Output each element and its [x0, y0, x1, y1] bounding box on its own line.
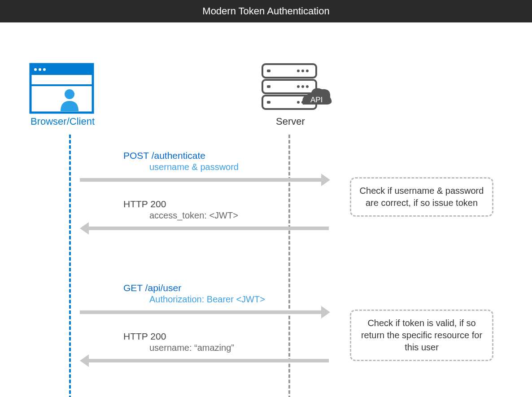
server-note-2: Check if token is valid, if so return th… — [350, 310, 493, 361]
svg-point-18 — [306, 85, 309, 88]
svg-rect-10 — [267, 70, 270, 72]
server-icon: API — [260, 62, 332, 116]
client-label: Browser/Client — [31, 116, 95, 127]
message-request-1: POST /authenticate username & password — [123, 150, 239, 172]
svg-rect-11 — [267, 85, 270, 88]
svg-point-13 — [297, 70, 300, 72]
svg-point-15 — [306, 70, 309, 72]
svg-point-3 — [39, 68, 41, 71]
diagram-title: Modern Token Authentication — [0, 0, 532, 22]
browser-client-icon — [29, 63, 94, 114]
message-subtitle: Authorization: Bearer <JWT> — [149, 294, 265, 305]
sequence-diagram: Browser/Client API Server POST /authenti… — [0, 22, 532, 397]
message-subtitle: username: “amazing” — [149, 343, 234, 353]
message-response-1: HTTP 200 access_token: <JWT> — [123, 199, 238, 221]
message-title: HTTP 200 — [123, 331, 234, 342]
server-lifeline — [288, 135, 290, 397]
message-title: POST /authenticate — [123, 150, 239, 161]
svg-point-2 — [34, 68, 37, 71]
svg-point-19 — [297, 101, 300, 104]
svg-point-14 — [301, 70, 304, 72]
svg-point-6 — [65, 89, 74, 99]
svg-point-17 — [301, 85, 304, 88]
server-label: Server — [276, 116, 305, 127]
message-subtitle: access_token: <JWT> — [149, 210, 238, 221]
svg-point-16 — [297, 85, 300, 88]
message-title: HTTP 200 — [123, 199, 238, 209]
message-title: GET /api/user — [123, 283, 265, 293]
message-subtitle: username & password — [149, 162, 239, 172]
client-lifeline — [69, 135, 71, 397]
svg-text:API: API — [310, 96, 323, 104]
message-response-2: HTTP 200 username: “amazing” — [123, 331, 234, 353]
message-request-2: GET /api/user Authorization: Bearer <JWT… — [123, 283, 265, 305]
svg-point-4 — [43, 68, 46, 71]
svg-rect-12 — [267, 101, 270, 104]
server-note-1: Check if username & password are correct… — [350, 177, 493, 217]
